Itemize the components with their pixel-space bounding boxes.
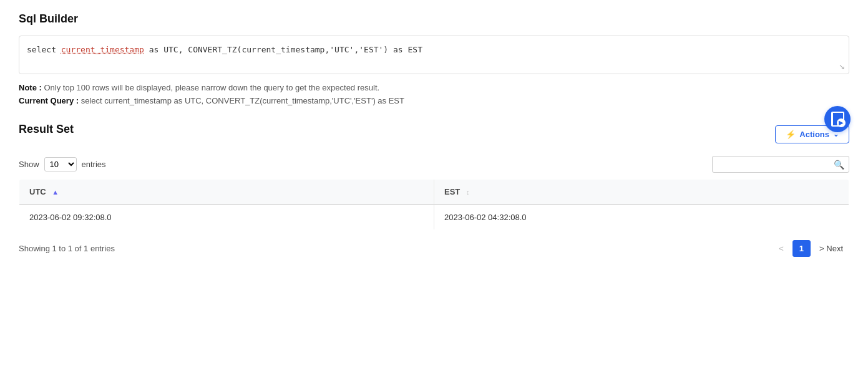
result-set-title: Result Set [19, 123, 74, 136]
entries-label: entries [82, 160, 106, 169]
actions-text: Actions [799, 130, 829, 139]
sql-editor-display[interactable]: select current_timestamp as UTC, CONVERT… [19, 36, 849, 74]
table-body: 2023-06-02 09:32:08.02023-06-02 04:32:08… [19, 205, 849, 230]
run-query-button[interactable] [824, 106, 851, 132]
next-label: > Next [819, 244, 843, 253]
cell-utc: 2023-06-02 09:32:08.0 [19, 205, 434, 230]
col-utc-label: UTC [29, 187, 46, 196]
table-row: 2023-06-02 09:32:08.02023-06-02 04:32:08… [19, 205, 849, 230]
show-label: Show [19, 160, 39, 169]
col-est[interactable]: EST ↕ [434, 180, 849, 205]
header-row: UTC ▲ EST ↕ [19, 180, 849, 205]
utc-sort-icon: ▲ [52, 188, 59, 196]
search-input[interactable] [712, 156, 849, 173]
current-query-text: select current_timestamp as UTC, CONVERT… [81, 96, 404, 105]
pagination-info: Showing 1 to 1 of 1 entries [19, 244, 115, 253]
col-utc[interactable]: UTC ▲ [19, 180, 434, 205]
next-page-button[interactable]: > Next [813, 241, 849, 256]
sql-underline-text: current_timestamp [61, 45, 144, 54]
current-query-label: Current Query : [19, 96, 79, 105]
resize-icon: ↘ [839, 62, 845, 71]
sql-text-plain: select [27, 45, 61, 54]
entries-select[interactable]: 10 25 50 100 [44, 157, 77, 171]
sql-editor-wrapper: select current_timestamp as UTC, CONVERT… [19, 36, 849, 74]
note-text: Only top 100 rows will be displayed, ple… [44, 83, 379, 92]
actions-icon: ⚡ [786, 130, 796, 139]
pagination-row: Showing 1 to 1 of 1 entries < 1 > Next [19, 240, 849, 257]
search-box: 🔍 [712, 156, 849, 173]
col-est-label: EST [444, 187, 460, 196]
sql-builder-title: Sql Builder [19, 12, 849, 26]
note-label: Note : [19, 83, 42, 92]
table-controls: Show 10 25 50 100 entries 🔍 [19, 156, 849, 173]
search-icon: 🔍 [834, 160, 844, 170]
pagination-controls: < 1 > Next [773, 240, 849, 257]
note-section: Note : Only top 100 rows will be display… [19, 83, 849, 92]
table-header: UTC ▲ EST ↕ [19, 180, 849, 205]
prev-icon: < [779, 244, 784, 253]
show-entries-group: Show 10 25 50 100 entries [19, 157, 106, 171]
est-sort-icon: ↕ [466, 188, 470, 196]
prev-page-button[interactable]: < [773, 241, 790, 256]
sql-text-rest: as UTC, CONVERT_TZ(current_timestamp,'UT… [144, 45, 422, 54]
result-table: UTC ▲ EST ↕ 2023-06-02 09:32:08.02023-06… [19, 179, 849, 230]
current-query-section: Current Query : select current_timestamp… [19, 96, 849, 105]
result-set-header: Result Set ⚡ ⚡ Actions ∨ Actions ⌄ [19, 123, 849, 146]
page-wrapper: Sql Builder select current_timestamp as … [0, 0, 868, 376]
cell-est: 2023-06-02 04:32:08.0 [434, 205, 849, 230]
page-1-label: 1 [799, 244, 804, 253]
page-1-button[interactable]: 1 [792, 240, 811, 257]
